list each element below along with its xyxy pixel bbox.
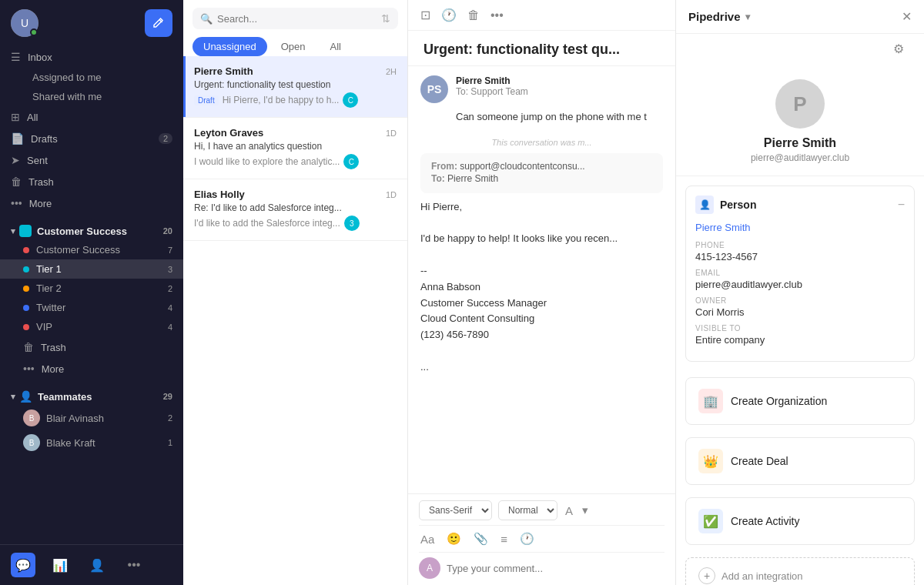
settings-icon[interactable]: ⚙ (881, 37, 916, 61)
sidebar-item-all[interactable]: ⊞ All (0, 106, 183, 128)
conv-preview-leyton: I would like to explore the analytic... … (194, 154, 397, 169)
filter-tabs: Unassigned Open All (192, 37, 398, 56)
bottom-person-icon[interactable]: 👤 (85, 553, 109, 577)
create-organization-card[interactable]: 🏢 Create Organization (685, 377, 915, 425)
blair-label: Blair Avinash (46, 413, 104, 424)
conv-badge-elias: 3 (344, 216, 360, 231)
sidebar-item-cs-trash[interactable]: 🗑 Trash (0, 336, 183, 358)
sidebar-item-cs-more[interactable]: ••• More (0, 358, 183, 379)
sidebar-item-shared[interactable]: Shared with me (0, 87, 183, 106)
sidebar-teammate-blake[interactable]: B Blake Kraft 1 (0, 430, 183, 455)
comment-input[interactable] (447, 563, 665, 574)
sidebar: U ☰ Inbox Assigned to me Shared with me … (0, 0, 183, 585)
conversation-list: 🔍 ⇅ Unassigned Open All Pierre Smith 2H … (183, 0, 408, 585)
vip-dot (23, 324, 29, 330)
shared-label: Shared with me (32, 91, 102, 102)
sidebar-teammate-blair[interactable]: B Blair Avinash 2 (0, 406, 183, 430)
bottom-chat-icon[interactable]: 💬 (11, 553, 35, 577)
sidebar-item-drafts[interactable]: 📄 Drafts 2 (0, 128, 183, 149)
tier2-label: Tier 2 (36, 282, 168, 294)
email-label: EMAIL (695, 269, 905, 277)
comment-avatar: A (419, 557, 440, 579)
svg-text:U: U (21, 17, 28, 29)
person-fields: PHONE 415-123-4567 EMAIL pierre@auditlaw… (695, 241, 905, 346)
bottom-chart-icon[interactable]: 📊 (48, 553, 72, 577)
sidebar-item-trash[interactable]: 🗑 Trash (0, 171, 183, 192)
msg-from-block: From: support@cloudcontentconsu... To: P… (420, 153, 663, 193)
conv-preview1-leyton: Hi, I have an analytics question (194, 141, 397, 152)
email-thread: PS Pierre Smith To: Support Team Can som… (408, 66, 675, 493)
panel-title: Pipedrive ▾ (688, 10, 750, 23)
person-link[interactable]: Pierre Smith (695, 222, 751, 233)
search-icon: 🔍 (200, 13, 213, 25)
sidebar-item-tier2[interactable]: Tier 2 2 (0, 279, 183, 298)
attach-icon[interactable]: 📎 (472, 530, 490, 547)
sidebar-item-tier1[interactable]: Tier 1 3 (0, 259, 183, 279)
panel-settings-row: ⚙ (676, 34, 924, 64)
sort-icon[interactable]: ⇅ (381, 12, 390, 25)
owner-label: OWNER (695, 296, 905, 305)
toolbar-trash-icon[interactable]: 🗑 (467, 8, 480, 22)
text-more-icon[interactable]: ▾ (581, 502, 590, 519)
toolbar-clock-icon[interactable]: 🕐 (441, 8, 457, 22)
style-select[interactable]: Normal (498, 500, 557, 520)
conv-header-pierre: Pierre Smith 2H (194, 65, 397, 77)
sidebar-item-more[interactable]: ••• More (0, 192, 183, 214)
tier2-dot (23, 286, 29, 292)
from-row: From: support@cloudcontentconsu... (431, 161, 652, 172)
cs-group-header[interactable]: ▾ Customer Success 20 (11, 225, 172, 237)
toolbar-more-icon[interactable]: ••• (490, 8, 504, 22)
panel-header: Pipedrive ▾ ✕ (676, 0, 924, 34)
tab-unassigned[interactable]: Unassigned (192, 37, 267, 56)
compose-button[interactable] (145, 9, 172, 37)
conv-item-elias[interactable]: Elias Holly 1D Re: I'd like to add Sales… (183, 179, 407, 241)
contact-name: Pierre Smith (764, 136, 836, 150)
more-label: More (29, 198, 172, 209)
drafts-count: 2 (159, 133, 172, 144)
create-activity-card[interactable]: ✅ Create Activity (685, 497, 915, 545)
email-compose: Sans-Serif Normal A ▾ Aa 🙂 📎 ≡ 🕐 A (408, 493, 675, 585)
conv-item-pierre[interactable]: Pierre Smith 2H Urgent: functionality te… (183, 56, 407, 118)
text-format-icon[interactable]: A (564, 503, 574, 519)
contact-avatar: P (775, 79, 825, 129)
message-pierre-initial: PS Pierre Smith To: Support Team Can som… (420, 75, 663, 125)
font-select[interactable]: Sans-Serif (419, 500, 492, 520)
conv-item-leyton[interactable]: Leyton Graves 1D Hi, I have an analytics… (183, 118, 407, 179)
panel-close-icon[interactable]: ✕ (902, 9, 912, 24)
list-icon[interactable]: ≡ (499, 531, 509, 547)
search-input[interactable] (217, 13, 381, 25)
tier1-label: Tier 1 (36, 263, 168, 275)
sidebar-item-cs-customer-success[interactable]: Customer Success 7 (0, 240, 183, 259)
sidebar-item-sent[interactable]: ➤ Sent (0, 149, 183, 171)
customer-success-section: ▾ Customer Success 20 Customer Success 7… (0, 217, 183, 383)
create-deal-card[interactable]: 👑 Create Deal (685, 437, 915, 485)
clock-compose-icon[interactable]: 🕐 (518, 530, 536, 547)
sidebar-item-vip[interactable]: VIP 4 (0, 317, 183, 336)
search-bar: 🔍 ⇅ (192, 8, 398, 29)
person-collapse-icon[interactable]: − (898, 198, 905, 212)
bottom-more-icon[interactable]: ••• (122, 553, 146, 577)
msg-line-4: Anna Babson (420, 279, 663, 296)
sidebar-item-assigned[interactable]: Assigned to me (0, 68, 183, 87)
msg-avatar-pierre: PS (420, 75, 448, 103)
compose-icons-row: Aa 🙂 📎 ≡ 🕐 (419, 525, 665, 553)
cs-more-label: More (42, 363, 172, 375)
emoji-icon[interactable]: 🙂 (445, 530, 463, 547)
to-label: To: (431, 173, 447, 184)
add-integration-label: Add an integration (721, 570, 803, 582)
sidebar-item-twitter[interactable]: Twitter 4 (0, 298, 183, 317)
tier1-count: 3 (168, 265, 172, 274)
cs-label: Customer Success (36, 244, 168, 256)
teammates-group-header[interactable]: ▾ 👤 Teammates 29 (11, 390, 172, 403)
text-size-icon[interactable]: Aa (419, 531, 436, 547)
sidebar-item-inbox[interactable]: ☰ Inbox (0, 46, 183, 68)
conv-preview-text-leyton: I would like to explore the analytic... (194, 156, 340, 167)
inbox-label: Inbox (28, 52, 172, 63)
toolbar-compose-icon[interactable]: ⊡ (420, 8, 430, 22)
add-integration-card[interactable]: + Add an integration (685, 557, 915, 585)
tab-open[interactable]: Open (270, 37, 316, 56)
organization-icon: 🏢 (698, 389, 723, 413)
msg-ellipsis: ... (420, 359, 663, 376)
tab-all[interactable]: All (319, 37, 351, 56)
customer-success-group: ▾ Customer Success 20 (0, 220, 183, 240)
